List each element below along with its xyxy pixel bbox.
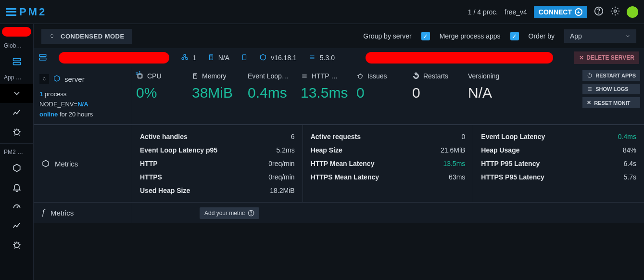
svg-rect-4 bbox=[13, 63, 20, 65]
memory-icon bbox=[208, 53, 215, 63]
help-icon[interactable] bbox=[594, 6, 604, 17]
avatar[interactable] bbox=[627, 6, 638, 18]
metric-http[interactable]: HTTP … 13.5ms bbox=[297, 72, 353, 101]
list-icon bbox=[587, 86, 593, 92]
metric-row[interactable]: Active handles6 bbox=[140, 130, 295, 143]
metric-value: 6.4s bbox=[624, 160, 636, 167]
metric-memory[interactable]: Memory 38MiB bbox=[188, 72, 244, 101]
metric-loop[interactable]: Event Loop… 0.4ms bbox=[244, 72, 297, 101]
process-name[interactable]: server bbox=[64, 75, 85, 83]
show-logs-button[interactable]: SHOW LOGS bbox=[582, 84, 640, 94]
add-metric-button[interactable]: Add your metric bbox=[200, 207, 259, 219]
sidebar-item-notifications[interactable] bbox=[0, 178, 33, 197]
sidebar-item-servers[interactable] bbox=[0, 52, 33, 71]
process-count-label: process bbox=[43, 90, 66, 98]
loop-value: 0.4ms bbox=[248, 85, 293, 101]
top-bar: PM2 1 / 4 proc. free_v4 CONNECT + bbox=[0, 0, 644, 24]
redacted-server-name bbox=[59, 52, 169, 64]
merge-apps-checkbox[interactable]: ✓ bbox=[510, 32, 519, 40]
mem-value: N/A bbox=[218, 54, 229, 62]
metric-value: 63ms bbox=[449, 173, 465, 181]
metric-issues[interactable]: Issues 0 bbox=[353, 72, 408, 101]
sidebar-item-dropdown[interactable] bbox=[0, 84, 33, 103]
metrics-col-2: Active requests0Heap Size21.6MiBHTTP Mea… bbox=[303, 125, 474, 202]
group-by-server-checkbox[interactable]: ✓ bbox=[421, 32, 430, 40]
cluster-icon bbox=[181, 53, 189, 63]
delete-server-button[interactable]: ✕ DELETE SERVER bbox=[574, 51, 639, 64]
gear-icon[interactable] bbox=[610, 6, 620, 17]
version-value: N/A bbox=[468, 85, 523, 101]
metric-row[interactable]: Event Loop Latency0.4ms bbox=[481, 130, 636, 143]
metric-row[interactable]: HTTPS P95 Latency5.7s bbox=[481, 170, 636, 184]
server-card: server x1 1 process NODE_ENV=N/A online … bbox=[34, 67, 644, 223]
http-value: 13.5ms bbox=[301, 85, 349, 101]
pm2-stat: 5.3.0 bbox=[308, 54, 335, 62]
metric-key: HTTP P95 Latency bbox=[481, 160, 540, 167]
group-by-server-label: Group by server bbox=[363, 32, 411, 40]
condensed-mode-button[interactable]: CONDENSED MODE bbox=[41, 29, 132, 44]
metric-row[interactable]: HTTP0req/min bbox=[140, 157, 295, 170]
status: online bbox=[39, 111, 58, 118]
metric-row[interactable]: Used Heap Size18.2MiB bbox=[140, 184, 295, 197]
sidebar-item-bug[interactable] bbox=[0, 122, 33, 141]
metric-restarts[interactable]: Restarts 0 bbox=[408, 72, 464, 101]
collapse-button[interactable] bbox=[39, 74, 49, 84]
sidebar-section-global: Glob… bbox=[0, 39, 33, 52]
metric-value: 0req/min bbox=[268, 160, 294, 167]
metric-value: 6 bbox=[291, 133, 295, 140]
action-column: RESTART APPS SHOW LOGS ✕ RESET MONIT bbox=[582, 70, 640, 108]
metric-cpu[interactable]: CPU 0% bbox=[132, 72, 188, 101]
sidebar-section-pm2: PM2 … bbox=[0, 146, 33, 158]
metric-row[interactable]: Event Loop Latency p955.2ms bbox=[140, 143, 295, 157]
pm2-icon bbox=[308, 54, 316, 62]
connect-button[interactable]: CONNECT + bbox=[534, 6, 587, 18]
menu-icon[interactable] bbox=[6, 8, 16, 16]
disk-icon bbox=[241, 53, 248, 63]
metric-row[interactable]: HTTP P95 Latency6.4s bbox=[481, 157, 636, 170]
svg-point-11 bbox=[184, 54, 186, 56]
nodejs-icon bbox=[259, 53, 267, 63]
metric-key: Active handles bbox=[140, 133, 188, 140]
top-metrics-row: CPU 0% Memory 38MiB Event Loop… 0.4ms HT… bbox=[132, 67, 644, 124]
metric-row[interactable]: HTTPS Mean Latency63ms bbox=[311, 170, 466, 184]
uptime: for 20 hours bbox=[58, 111, 93, 118]
node-stat: v16.18.1 bbox=[259, 53, 297, 63]
server-stat-bar: 1 N/A v16.18.1 5.3.0 ✕ DELETE SERVER bbox=[34, 48, 644, 67]
process-info-panel: server x1 1 process NODE_ENV=N/A online … bbox=[34, 67, 132, 124]
metric-value: 5.2ms bbox=[277, 146, 295, 154]
merge-apps-label: Merge process apps bbox=[440, 32, 501, 40]
cpu-icon bbox=[136, 72, 144, 80]
metric-key: Active requests bbox=[311, 133, 361, 140]
pm2-version: 5.3.0 bbox=[320, 54, 335, 62]
reset-monit-button[interactable]: ✕ RESET MONIT bbox=[582, 97, 640, 108]
brand-text: PM2 bbox=[19, 6, 47, 18]
logo[interactable]: PM2 bbox=[6, 6, 47, 18]
proc-summary: 1 / 4 proc. bbox=[468, 8, 498, 16]
metric-version[interactable]: Versioning N/A bbox=[464, 72, 527, 101]
metric-value: 21.6MiB bbox=[441, 146, 465, 154]
close-icon: ✕ bbox=[579, 54, 584, 61]
metric-row[interactable]: HTTPS0req/min bbox=[140, 170, 295, 184]
metric-row[interactable]: Heap Size21.6MiB bbox=[311, 143, 466, 157]
metric-key: Used Heap Size bbox=[140, 187, 190, 194]
memory-value: 38MiB bbox=[192, 85, 240, 101]
metric-key: Heap Usage bbox=[481, 146, 519, 154]
metric-row[interactable]: HTTP Mean Latency13.5ms bbox=[311, 157, 466, 170]
sidebar-item-chart[interactable] bbox=[0, 103, 33, 122]
restart-icon bbox=[587, 73, 593, 78]
sidebar-item-chart2[interactable] bbox=[0, 216, 33, 235]
sidebar-item-gauge[interactable] bbox=[0, 197, 33, 216]
restart-apps-button[interactable]: RESTART APPS bbox=[582, 70, 640, 81]
order-by-value: App bbox=[570, 32, 582, 40]
svg-point-6 bbox=[14, 243, 19, 248]
metric-value: 0 bbox=[462, 133, 466, 140]
http-icon bbox=[301, 73, 308, 79]
metric-value: 0.4ms bbox=[618, 133, 636, 140]
order-by-select[interactable]: App bbox=[564, 29, 636, 43]
metric-row[interactable]: Active requests0 bbox=[311, 130, 466, 143]
metric-row[interactable]: Heap Usage84% bbox=[481, 143, 636, 157]
restart-icon bbox=[412, 72, 420, 80]
sidebar-item-modules[interactable] bbox=[0, 158, 33, 178]
svg-rect-3 bbox=[13, 58, 20, 61]
sidebar-item-bug2[interactable] bbox=[0, 235, 33, 255]
